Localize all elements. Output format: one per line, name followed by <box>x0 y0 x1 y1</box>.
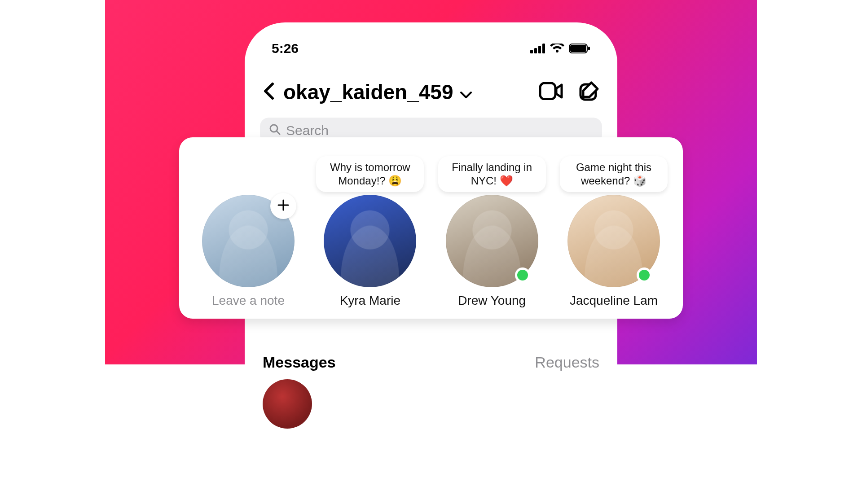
tab-requests[interactable]: Requests <box>535 354 599 371</box>
svg-rect-1 <box>534 48 537 53</box>
leave-note-label: Leave a note <box>212 294 285 308</box>
account-switcher[interactable]: okay_kaiden_459 <box>283 80 531 104</box>
search-placeholder: Search <box>286 123 329 138</box>
svg-rect-7 <box>540 83 555 99</box>
dm-header: okay_kaiden_459 <box>258 58 604 115</box>
avatar <box>324 195 416 287</box>
chevron-down-icon <box>460 80 472 104</box>
username-label: okay_kaiden_459 <box>283 80 453 104</box>
note-author: Drew Young <box>458 294 526 308</box>
message-list-avatar[interactable] <box>263 379 312 429</box>
wifi-icon <box>550 44 564 53</box>
note-bubble: Why is tomorrow Monday!? 😩 <box>316 156 424 192</box>
svg-rect-2 <box>538 46 541 53</box>
status-bar: 5:26 <box>258 39 604 58</box>
note-author: Kyra Marie <box>340 294 400 308</box>
svg-line-10 <box>277 131 280 134</box>
svg-rect-6 <box>588 47 590 50</box>
note-item[interactable]: Finally landing in NYC! ❤️ Drew Young <box>438 156 546 308</box>
compose-button[interactable] <box>579 81 599 103</box>
video-call-button[interactable] <box>539 82 563 102</box>
note-bubble: Game night this weekend? 🎲 <box>560 156 668 192</box>
back-button[interactable] <box>263 82 275 102</box>
online-indicator-icon <box>515 267 530 283</box>
note-item[interactable]: Game night this weekend? 🎲 Jacqueline La… <box>560 156 668 308</box>
online-indicator-icon <box>637 267 652 283</box>
svg-rect-5 <box>570 45 586 52</box>
cellular-icon <box>530 44 545 53</box>
section-tabs: Messages Requests <box>258 354 604 371</box>
promo-background: 5:26 okay_kaiden_459 <box>105 0 757 364</box>
note-bubble: Finally landing in NYC! ❤️ <box>438 156 546 192</box>
svg-rect-3 <box>542 44 545 53</box>
add-note-button[interactable] <box>270 193 296 219</box>
tab-messages[interactable]: Messages <box>263 354 336 371</box>
search-icon <box>269 123 281 138</box>
status-time: 5:26 <box>272 41 299 56</box>
note-item[interactable]: Why is tomorrow Monday!? 😩 Kyra Marie <box>316 156 424 308</box>
note-author: Jacqueline Lam <box>570 294 658 308</box>
notes-tray: Leave a note Why is tomorrow Monday!? 😩 … <box>179 137 683 319</box>
plus-icon <box>277 199 290 213</box>
leave-note[interactable]: Leave a note <box>194 177 302 308</box>
battery-icon <box>569 44 590 53</box>
svg-rect-0 <box>530 50 533 53</box>
